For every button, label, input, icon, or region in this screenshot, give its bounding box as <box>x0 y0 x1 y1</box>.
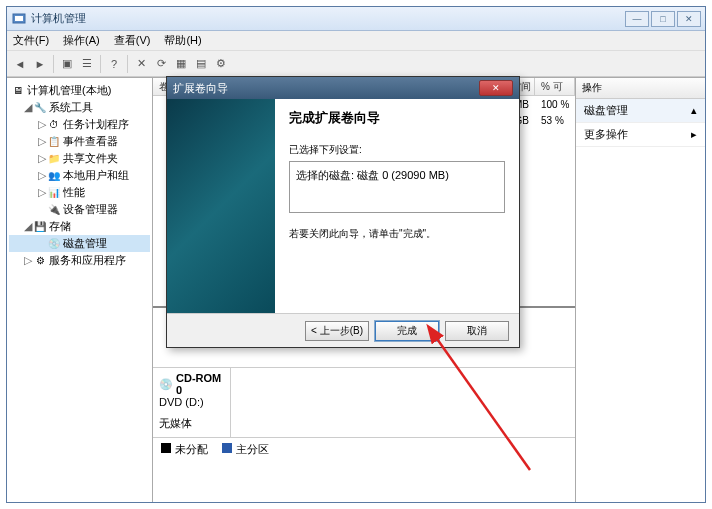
toolbar: ◄ ► ▣ ☰ ? ✕ ⟳ ▦ ▤ ⚙ <box>7 51 705 77</box>
close-button[interactable]: ✕ <box>677 11 701 27</box>
dialog-main: 完成扩展卷向导 已选择下列设置: 选择的磁盘: 磁盘 0 (29090 MB) … <box>275 99 519 313</box>
dialog-instruction: 若要关闭此向导，请单击"完成"。 <box>289 227 505 241</box>
expand-icon[interactable]: ▷ <box>23 254 33 267</box>
tree-services[interactable]: ▷⚙服务和应用程序 <box>9 252 150 269</box>
tree-device-manager[interactable]: 🔌设备管理器 <box>9 201 150 218</box>
back-button[interactable]: < 上一步(B) <box>305 321 369 341</box>
svg-rect-1 <box>15 16 23 21</box>
actions-disk-mgmt[interactable]: 磁盘管理 ▴ <box>576 99 705 123</box>
disk-row-cdrom[interactable]: 💿CD-ROM 0 DVD (D:) 无媒体 <box>153 368 575 438</box>
delete-icon[interactable]: ✕ <box>132 55 150 73</box>
folder-icon: 📁 <box>47 152 61 166</box>
tree-root[interactable]: 🖥计算机管理(本地) <box>9 82 150 99</box>
finish-button[interactable]: 完成 <box>375 321 439 341</box>
window-title: 计算机管理 <box>31 11 625 26</box>
menu-help[interactable]: 帮助(H) <box>164 33 201 48</box>
device-icon: 🔌 <box>47 203 61 217</box>
tree-shared-folders[interactable]: ▷📁共享文件夹 <box>9 150 150 167</box>
back-icon[interactable]: ◄ <box>11 55 29 73</box>
selected-settings-box: 选择的磁盘: 磁盘 0 (29090 MB) <box>289 161 505 213</box>
dialog-footer: < 上一步(B) 完成 取消 <box>167 313 519 347</box>
swatch-blue <box>222 443 232 453</box>
expand-icon[interactable]: ▷ <box>37 135 47 148</box>
forward-icon[interactable]: ► <box>31 55 49 73</box>
menu-view[interactable]: 查看(V) <box>114 33 151 48</box>
col-pct[interactable]: % 可 <box>535 78 575 95</box>
dialog-title: 扩展卷向导 <box>173 81 479 96</box>
wizard-dialog: 扩展卷向导 ✕ 完成扩展卷向导 已选择下列设置: 选择的磁盘: 磁盘 0 (29… <box>166 76 520 348</box>
legend-primary: 主分区 <box>222 442 269 457</box>
clock-icon: ⏱ <box>47 118 61 132</box>
separator <box>127 55 128 73</box>
expand-icon[interactable]: ▷ <box>37 118 47 131</box>
dialog-body: 完成扩展卷向导 已选择下列设置: 选择的磁盘: 磁盘 0 (29090 MB) … <box>167 99 519 313</box>
tree-disk-management[interactable]: 💿磁盘管理 <box>9 235 150 252</box>
dialog-titlebar[interactable]: 扩展卷向导 ✕ <box>167 77 519 99</box>
collapse-icon[interactable]: ◢ <box>23 220 33 233</box>
actions-pane: 操作 磁盘管理 ▴ 更多操作 ▸ <box>575 78 705 502</box>
collapse-icon[interactable]: ◢ <box>23 101 33 114</box>
swatch-black <box>161 443 171 453</box>
maximize-button[interactable]: □ <box>651 11 675 27</box>
storage-icon: 💾 <box>33 220 47 234</box>
window-buttons: — □ ✕ <box>625 11 701 27</box>
tree-performance[interactable]: ▷📊性能 <box>9 184 150 201</box>
expand-icon[interactable]: ▷ <box>37 186 47 199</box>
selected-label: 已选择下列设置: <box>289 143 505 157</box>
minimize-button[interactable]: — <box>625 11 649 27</box>
actions-header: 操作 <box>576 78 705 99</box>
disk-icon: 💿 <box>47 237 61 251</box>
tree-local-users[interactable]: ▷👥本地用户和组 <box>9 167 150 184</box>
disk-label: 💿CD-ROM 0 DVD (D:) 无媒体 <box>153 368 231 437</box>
legend: 未分配 主分区 <box>153 438 575 461</box>
expand-icon[interactable]: ▷ <box>37 152 47 165</box>
settings-icon[interactable]: ⚙ <box>212 55 230 73</box>
titlebar[interactable]: 计算机管理 — □ ✕ <box>7 7 705 31</box>
actions-more[interactable]: 更多操作 ▸ <box>576 123 705 147</box>
tools-icon: 🔧 <box>33 101 47 115</box>
menu-action[interactable]: 操作(A) <box>63 33 100 48</box>
chevron-right-icon: ▸ <box>691 128 697 141</box>
tree-storage[interactable]: ◢💾存储 <box>9 218 150 235</box>
nav-tree[interactable]: 🖥计算机管理(本地) ◢🔧系统工具 ▷⏱任务计划程序 ▷📋事件查看器 ▷📁共享文… <box>7 78 153 502</box>
properties-icon[interactable]: ☰ <box>78 55 96 73</box>
tree-event-viewer[interactable]: ▷📋事件查看器 <box>9 133 150 150</box>
expand-icon[interactable]: ▷ <box>37 169 47 182</box>
users-icon: 👥 <box>47 169 61 183</box>
view1-icon[interactable]: ▦ <box>172 55 190 73</box>
event-icon: 📋 <box>47 135 61 149</box>
cdrom-icon: 💿 <box>159 378 173 391</box>
wizard-sidebar-image <box>167 99 275 313</box>
perf-icon: 📊 <box>47 186 61 200</box>
services-icon: ⚙ <box>33 254 47 268</box>
app-icon <box>11 11 27 27</box>
dialog-close-button[interactable]: ✕ <box>479 80 513 96</box>
computer-icon: 🖥 <box>11 84 25 98</box>
separator <box>100 55 101 73</box>
view2-icon[interactable]: ▤ <box>192 55 210 73</box>
tree-system-tools[interactable]: ◢🔧系统工具 <box>9 99 150 116</box>
menu-file[interactable]: 文件(F) <box>13 33 49 48</box>
dialog-heading: 完成扩展卷向导 <box>289 109 505 127</box>
menubar: 文件(F) 操作(A) 查看(V) 帮助(H) <box>7 31 705 51</box>
refresh-icon[interactable]: ⟳ <box>152 55 170 73</box>
separator <box>53 55 54 73</box>
cancel-button[interactable]: 取消 <box>445 321 509 341</box>
tree-task-scheduler[interactable]: ▷⏱任务计划程序 <box>9 116 150 133</box>
legend-unallocated: 未分配 <box>161 442 208 457</box>
help-icon[interactable]: ? <box>105 55 123 73</box>
up-icon[interactable]: ▣ <box>58 55 76 73</box>
disk-bar[interactable] <box>231 368 575 437</box>
dropdown-icon: ▴ <box>691 104 697 117</box>
